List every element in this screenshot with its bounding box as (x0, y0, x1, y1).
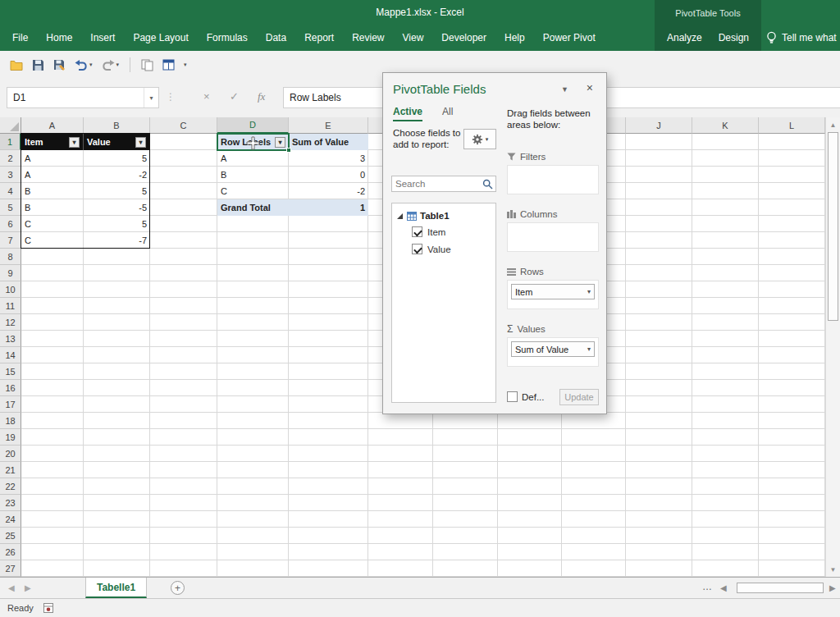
cell-E4[interactable]: -2 (289, 183, 368, 199)
cell-D3[interactable]: B (217, 167, 289, 183)
new-sheet-button[interactable]: + (171, 581, 185, 595)
field-checkbox[interactable] (412, 226, 422, 237)
search-input[interactable] (392, 179, 482, 189)
ribbon-tab-data[interactable]: Data (257, 25, 295, 51)
row-header-1[interactable]: 1 (0, 134, 21, 150)
row-header-24[interactable]: 24 (0, 511, 21, 528)
row-header-21[interactable]: 21 (0, 462, 21, 478)
row-header-16[interactable]: 16 (0, 380, 21, 396)
sheet-tab-tabelle1[interactable]: Tabelle1 (85, 578, 147, 598)
rows-field-item[interactable]: Item ▾ (511, 284, 595, 299)
row-header-17[interactable]: 17 (0, 396, 21, 413)
field-value[interactable]: Value (392, 240, 495, 258)
ribbon-tab-file[interactable]: File (3, 25, 37, 51)
row-header-13[interactable]: 13 (0, 331, 21, 347)
cell-D2[interactable]: A (217, 150, 289, 167)
row-header-12[interactable]: 12 (0, 314, 21, 331)
rows-area[interactable]: Item ▾ (507, 280, 599, 309)
row-header-11[interactable]: 11 (0, 298, 21, 314)
horizontal-scrollbar[interactable] (735, 582, 827, 594)
formula-cancel-icon[interactable]: × (203, 90, 210, 103)
ribbon-tab-developer[interactable]: Developer (432, 25, 495, 51)
redo-button[interactable]: ▾ (102, 59, 120, 71)
field-item[interactable]: Item (392, 223, 495, 240)
cell-E2[interactable]: 3 (289, 150, 368, 167)
insert-function-icon[interactable]: fx (258, 90, 265, 103)
row-header-9[interactable]: 9 (0, 265, 21, 281)
ribbon-tab-page-layout[interactable]: Page Layout (124, 25, 197, 51)
column-header-L[interactable]: L (759, 117, 825, 134)
cell-A1[interactable]: Item▾ (21, 134, 84, 150)
row-header-14[interactable]: 14 (0, 347, 21, 363)
column-header-A[interactable]: A (21, 117, 84, 134)
sheet-nav-right-icon[interactable]: ▶ (25, 583, 31, 592)
cell-E1[interactable]: Sum of Value (289, 134, 368, 150)
ribbon-tab-analyze[interactable]: Analyze (659, 25, 710, 51)
vertical-scroll-thumb[interactable] (828, 132, 838, 321)
ribbon-tab-home[interactable]: Home (37, 25, 81, 51)
open-folder-icon[interactable] (10, 60, 23, 71)
sheet-nav-left-icon[interactable]: ◀ (8, 583, 15, 592)
save-as-icon[interactable] (53, 59, 66, 71)
column-header-K[interactable]: K (692, 117, 759, 134)
chevron-down-icon[interactable]: ▾ (89, 62, 93, 68)
name-box[interactable]: D1 ▾ (7, 87, 159, 108)
undo-button[interactable]: ▾ (75, 59, 93, 71)
horizontal-scroll-thumb[interactable] (737, 583, 824, 593)
pane-tab-active[interactable]: Active (393, 106, 422, 121)
vertical-scrollbar[interactable]: ▲ ▼ (825, 117, 840, 577)
column-header-B[interactable]: B (84, 117, 150, 134)
chevron-down-icon[interactable]: ▾ (587, 288, 591, 295)
cell-B5[interactable]: -5 (84, 199, 150, 216)
column-header-E[interactable]: E (289, 117, 368, 134)
tell-me-box[interactable]: Tell me what (766, 25, 837, 51)
ribbon-tab-report[interactable]: Report (295, 25, 343, 51)
values-field-item[interactable]: Sum of Value ▾ (511, 341, 595, 357)
workbook-view-icon[interactable] (162, 59, 175, 71)
cell-B7[interactable]: -7 (84, 232, 150, 249)
row-header-27[interactable]: 27 (0, 560, 21, 577)
columns-area[interactable] (507, 222, 599, 252)
update-button[interactable]: Update (559, 389, 599, 405)
row-header-10[interactable]: 10 (0, 281, 21, 298)
pane-tab-all[interactable]: All (442, 106, 453, 120)
pane-close-icon[interactable]: × (587, 81, 593, 94)
row-header-20[interactable]: 20 (0, 446, 21, 462)
name-box-dropdown-icon[interactable]: ▾ (144, 88, 158, 107)
cell-B4[interactable]: 5 (84, 183, 150, 199)
macro-record-icon[interactable] (43, 603, 53, 613)
ribbon-tab-formulas[interactable]: Formulas (198, 25, 257, 51)
row-header-25[interactable]: 25 (0, 528, 21, 544)
scroll-down-icon[interactable]: ▼ (826, 563, 840, 576)
pane-options-icon[interactable]: ▼ (561, 85, 568, 94)
cell-D5[interactable]: Grand Total (217, 199, 289, 216)
row-header-15[interactable]: 15 (0, 363, 21, 380)
column-header-C[interactable]: C (150, 117, 217, 134)
cell-B1[interactable]: Value▾ (84, 134, 150, 150)
tools-gear-button[interactable]: ▾ (463, 129, 496, 149)
row-header-7[interactable]: 7 (0, 232, 21, 249)
row-header-18[interactable]: 18 (0, 413, 21, 429)
cell-A3[interactable]: A (21, 167, 84, 183)
expand-icon[interactable] (396, 213, 404, 220)
copy-picture-icon[interactable] (141, 59, 153, 71)
chevron-down-icon[interactable]: ▾ (587, 345, 591, 353)
row-header-19[interactable]: 19 (0, 429, 21, 446)
save-icon[interactable] (32, 59, 44, 71)
row-header-6[interactable]: 6 (0, 216, 21, 232)
defer-checkbox[interactable] (507, 391, 518, 402)
cell-A7[interactable]: C (21, 232, 84, 249)
cell-A5[interactable]: B (21, 199, 84, 216)
column-header-J[interactable]: J (626, 117, 692, 134)
cell-A4[interactable]: B (21, 183, 84, 199)
chevron-down-icon[interactable]: ▾ (116, 62, 120, 68)
ribbon-tab-design[interactable]: Design (710, 25, 757, 51)
column-header-D[interactable]: D (217, 117, 289, 134)
row-header-23[interactable]: 23 (0, 495, 21, 511)
cell-B2[interactable]: 5 (84, 150, 150, 167)
filters-area[interactable] (507, 165, 599, 194)
filter-dropdown-icon[interactable]: ▾ (275, 137, 285, 148)
ribbon-tab-insert[interactable]: Insert (81, 25, 124, 51)
row-header-22[interactable]: 22 (0, 478, 21, 495)
values-area[interactable]: Sum of Value ▾ (507, 337, 599, 367)
